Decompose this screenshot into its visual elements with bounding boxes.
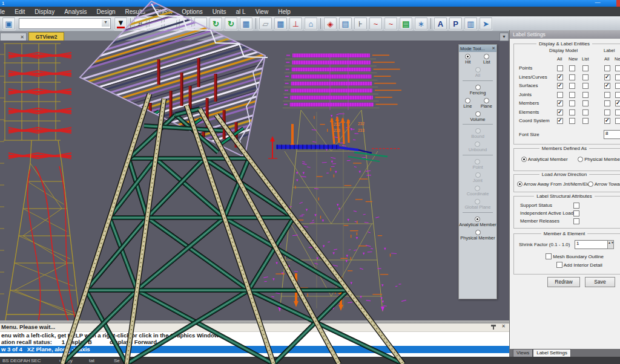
menu-item-units[interactable]: Units <box>208 8 231 16</box>
tab-label-settings[interactable]: Label Settings <box>533 349 571 357</box>
steel-section-icon[interactable]: ▱ <box>259 17 272 30</box>
viewport-scroll-button[interactable]: ▼ <box>500 33 509 41</box>
menu-item-al-l[interactable]: al L <box>231 8 251 16</box>
menu-item-help[interactable]: Help <box>273 8 295 16</box>
mode-option-fencing[interactable]: Fencing <box>470 85 486 96</box>
mode-option-list[interactable]: List <box>483 54 490 65</box>
checkbox-joints-3[interactable] <box>604 92 610 98</box>
close-icon[interactable]: ✕ <box>492 46 495 51</box>
pin-icon[interactable] <box>491 325 496 330</box>
checkbox-surfaces-4[interactable] <box>615 83 620 89</box>
checkbox-lines-curves-3[interactable] <box>604 74 610 80</box>
checkbox-joints-0[interactable] <box>557 92 563 98</box>
menu-item-options[interactable]: Options <box>177 8 207 16</box>
panel-header[interactable]: Label Settings <box>510 30 620 39</box>
checkbox-surfaces-3[interactable] <box>604 83 610 89</box>
checkbox-elements-2[interactable] <box>582 109 589 115</box>
obscured-icon-3[interactable] <box>179 17 193 30</box>
obscured-icon-2[interactable] <box>163 17 177 30</box>
checkbox-elements-3[interactable] <box>604 109 610 115</box>
mode-option-hit[interactable]: Hit <box>465 54 470 65</box>
checkbox-members-0[interactable] <box>557 100 563 106</box>
clipboard-icon[interactable]: ▤ <box>399 17 413 30</box>
menu-item-view[interactable]: View <box>251 8 274 16</box>
window-icon[interactable]: ▣ <box>2 17 16 30</box>
menu-item-analysis[interactable]: Analysis <box>59 8 91 16</box>
model-search-icon[interactable]: ∗ <box>414 17 428 30</box>
menu-item-design[interactable]: Design <box>91 8 120 16</box>
radio-physical-member[interactable]: Physical Member <box>578 157 620 162</box>
checkbox-elements-4[interactable] <box>615 109 620 115</box>
checkbox-points-3[interactable] <box>604 65 610 71</box>
checkbox-joints-4[interactable] <box>615 92 620 98</box>
tab-close-icon[interactable]: ✕ <box>20 34 24 40</box>
tab-views[interactable]: Views <box>513 349 533 357</box>
save-button[interactable]: Save <box>585 277 615 287</box>
checkbox-lines-curves-1[interactable] <box>569 74 575 80</box>
checkbox-lines-curves-0[interactable] <box>557 74 563 80</box>
label-a-icon[interactable]: A <box>434 17 447 30</box>
minimize-button[interactable]: — <box>593 1 602 5</box>
checkbox-elements-1[interactable] <box>569 109 575 115</box>
checkbox-add-interior-detail[interactable]: Add Interior Detail <box>556 262 602 268</box>
chevron-down-icon[interactable]: ▾ <box>102 19 110 27</box>
tab-gtview2[interactable]: GTView2 <box>28 32 64 41</box>
shrink-factor-input[interactable]: 1 <box>575 240 608 249</box>
graphics-viewport[interactable]: 232 233 232 233 <box>0 41 510 320</box>
redraw-button[interactable]: Redraw <box>547 277 580 287</box>
checkbox-surfaces-2[interactable] <box>582 83 589 89</box>
menu-item-edit[interactable]: Edit <box>10 8 30 16</box>
tile-windows-icon[interactable]: ▦ <box>239 17 253 30</box>
checkbox-members-2[interactable] <box>582 100 589 106</box>
select-arrow-icon[interactable]: ➤ <box>479 17 493 30</box>
frame-icon[interactable]: # <box>133 17 147 30</box>
radio-analytical-member[interactable]: Analytical Member <box>521 157 568 162</box>
shrink-factor-spinner[interactable]: ▲▼ <box>607 240 614 249</box>
obscured-icon-4[interactable] <box>194 17 208 30</box>
checkbox-lines-curves-2[interactable] <box>582 74 589 80</box>
joint-support-icon[interactable]: ⊦ <box>354 17 368 30</box>
mode-tool-titlebar[interactable]: Mode Tool... ✕ <box>459 45 496 52</box>
checkbox-joints-2[interactable] <box>582 92 589 98</box>
checkbox-points-1[interactable] <box>569 65 575 71</box>
info-window-icon[interactable]: ▤ <box>338 17 352 30</box>
checkbox-mesh-boundary-outline[interactable]: Mesh Boundary Outline <box>546 253 604 259</box>
checkbox-points-0[interactable] <box>557 65 563 71</box>
checkbox-coord-system-2[interactable] <box>582 118 589 124</box>
mode-option-plane[interactable]: Plane <box>481 98 492 109</box>
checkbox-support-status[interactable] <box>573 203 579 209</box>
checkbox-surfaces-1[interactable] <box>569 83 575 89</box>
checkbox-member-releases[interactable] <box>573 218 579 224</box>
checkbox-points-4[interactable] <box>615 65 620 71</box>
menu-item-check[interactable]: Check <box>150 8 177 16</box>
view-selector-combobox[interactable]: ▾ <box>19 18 111 29</box>
menu-item-display[interactable]: Display <box>30 8 59 16</box>
table-grid-icon[interactable]: ▦ <box>274 17 288 30</box>
checkbox-independent-active-load[interactable] <box>573 210 579 216</box>
curve-result-icon[interactable]: ~ <box>369 17 383 30</box>
checkbox-points-2[interactable] <box>582 65 589 71</box>
refresh-icon[interactable]: ↻ <box>224 17 238 30</box>
font-size-input[interactable]: 8 <box>604 130 620 139</box>
checkbox-coord-system-1[interactable] <box>569 118 575 124</box>
menu-item-file[interactable]: File <box>0 8 10 16</box>
curve-play-icon[interactable]: ~ <box>384 17 398 30</box>
close-button[interactable] <box>616 0 620 7</box>
radio-arrow-toward[interactable]: Arrow Toward Jnt/ <box>588 181 620 187</box>
partial-view-tab[interactable]: ✕ <box>0 33 27 41</box>
home-view-icon[interactable]: ⌂ <box>304 17 318 30</box>
checkbox-members-3[interactable] <box>604 100 610 106</box>
checkbox-surfaces-0[interactable] <box>557 83 563 89</box>
radio-arrow-away[interactable]: Arrow Away From Jnt/Mem/Ele <box>517 181 590 187</box>
mode-option-line[interactable]: Line <box>463 98 472 109</box>
menu-item-results[interactable]: Results <box>120 8 150 16</box>
result-panel-icon[interactable]: ▥ <box>464 17 478 30</box>
checkbox-coord-system-0[interactable] <box>557 118 563 124</box>
mode-tool-palette[interactable]: Mode Tool... ✕ Hit List All Fencing Line… <box>458 44 497 299</box>
checkbox-lines-curves-4[interactable] <box>615 74 620 80</box>
rotate-view-icon[interactable]: ↻ <box>209 17 223 30</box>
checkbox-joints-1[interactable] <box>569 92 575 98</box>
obscured-icon-1[interactable] <box>148 17 162 30</box>
axes-cube-icon[interactable]: ◈ <box>323 17 337 30</box>
mode-option-analytical-member[interactable]: Analytical Member <box>459 216 496 227</box>
